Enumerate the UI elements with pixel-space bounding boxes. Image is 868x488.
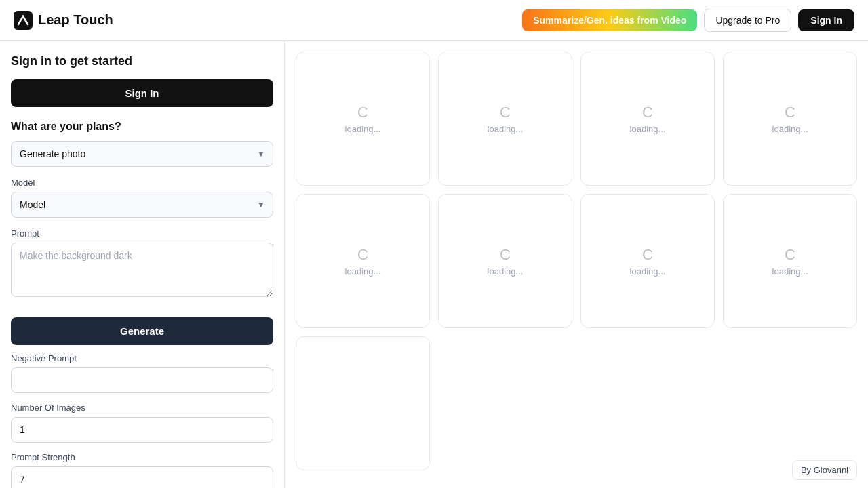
header-actions: Summarize/Gen. ideas from Video Upgrade … [522,9,854,32]
model-label: Model [11,178,273,188]
loading-text: loading... [630,266,666,277]
main-layout: Sign in to get started Sign In What are … [0,41,868,488]
loading-text: loading... [772,266,808,277]
generate-button[interactable]: Generate [11,317,273,345]
upgrade-button[interactable]: Upgrade to Pro [704,9,791,32]
model-select-wrapper: Model Stable Diffusion XL DALL-E ▼ [11,192,273,218]
loading-text: loading... [772,124,808,134]
negative-prompt-label: Negative Prompt [11,353,273,363]
loading-text: loading... [345,124,381,134]
image-card: C loading... [438,194,572,328]
image-card: C loading... [580,52,715,186]
signin-sidebar-button[interactable]: Sign In [11,79,273,107]
by-giovanni: By Giovanni [792,460,857,480]
sidebar: Sign in to get started Sign In What are … [0,41,285,488]
image-grid: C loading... C loading... C loading... C… [296,52,857,470]
logo: Leap Touch [14,11,113,30]
loading-spinner-icon: C [357,104,368,121]
model-group: Model Model Stable Diffusion XL DALL-E ▼ [11,178,273,218]
loading-text: loading... [488,124,524,134]
signin-heading: Sign in to get started [11,54,273,68]
negative-prompt-input[interactable] [11,367,273,393]
logo-icon [14,11,33,30]
model-select[interactable]: Model Stable Diffusion XL DALL-E [11,192,273,218]
loading-spinner-icon: C [500,104,511,121]
loading-text: loading... [345,266,381,277]
negative-prompt-group: Negative Prompt [11,353,273,393]
plans-heading: What are your plans? [11,121,273,133]
logo-text: Leap Touch [38,12,113,28]
loading-text: loading... [488,266,524,277]
image-card: C loading... [723,194,857,328]
prompt-strength-label: Prompt Strength [11,452,273,462]
svg-rect-0 [14,11,33,30]
plan-select-wrapper: Generate photo Edit photo Remove backgro… [11,141,273,167]
prompt-strength-group: Prompt Strength [11,452,273,488]
image-card: C loading... [296,194,430,328]
image-card [296,336,430,470]
loading-spinner-icon: C [785,246,795,264]
content-area: C loading... C loading... C loading... C… [285,41,868,488]
prompt-strength-input[interactable] [11,466,273,488]
loading-spinner-icon: C [642,104,653,121]
prompt-group: Prompt [11,228,273,300]
loading-text: loading... [630,124,666,134]
image-card: C loading... [438,52,572,186]
image-card: C loading... [580,194,715,328]
loading-spinner-icon: C [357,246,368,264]
plan-select[interactable]: Generate photo Edit photo Remove backgro… [11,141,273,167]
number-of-images-group: Number Of Images [11,403,273,443]
prompt-label: Prompt [11,228,273,239]
loading-spinner-icon: C [642,246,653,264]
signin-header-button[interactable]: Sign In [798,9,854,31]
loading-spinner-icon: C [785,104,795,121]
number-of-images-label: Number Of Images [11,403,273,413]
number-of-images-input[interactable] [11,417,273,443]
header: Leap Touch Summarize/Gen. ideas from Vid… [0,0,868,41]
prompt-textarea[interactable] [11,243,273,297]
loading-spinner-icon: C [500,246,511,264]
image-card: C loading... [723,52,857,186]
image-card: C loading... [296,52,430,186]
svg-point-1 [22,15,24,18]
summarize-button[interactable]: Summarize/Gen. ideas from Video [522,9,697,31]
